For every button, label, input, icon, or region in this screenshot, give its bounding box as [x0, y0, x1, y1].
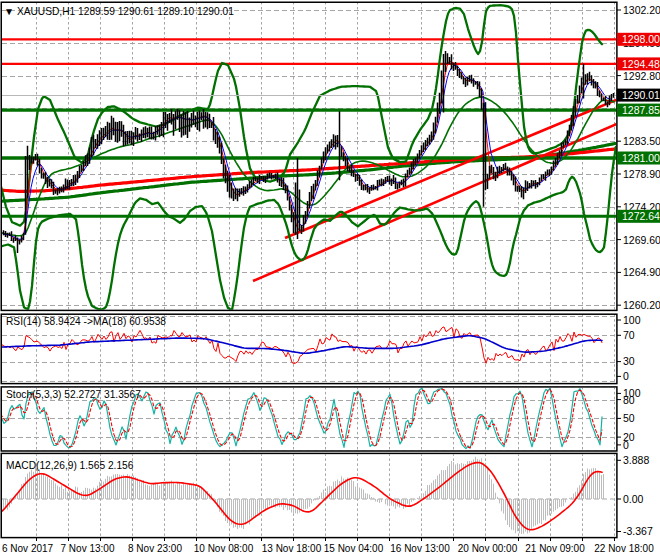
- svg-text:1283.50: 1283.50: [623, 135, 660, 147]
- svg-text:3.888: 3.888: [623, 454, 649, 466]
- svg-text:13 Nov 18:00: 13 Nov 18:00: [262, 543, 322, 554]
- svg-text:MACD(12,26,9) 1.565 2.156: MACD(12,26,9) 1.565 2.156: [6, 460, 134, 471]
- svg-text:1298.00: 1298.00: [622, 33, 660, 45]
- svg-text:1290.01: 1290.01: [622, 89, 660, 101]
- svg-text:0: 0: [623, 370, 629, 382]
- svg-text:-3.367: -3.367: [623, 525, 653, 537]
- svg-text:8 Nov 23:00: 8 Nov 23:00: [128, 543, 182, 554]
- svg-text:100: 100: [623, 314, 641, 326]
- svg-text:0.00: 0.00: [623, 493, 644, 505]
- svg-text:22 Nov 18:00: 22 Nov 18:00: [594, 543, 654, 554]
- svg-text:1287.85: 1287.85: [622, 104, 660, 116]
- svg-text:1302.20: 1302.20: [623, 4, 660, 16]
- svg-text:Stoch(5,3,3) 52.2727 31.3567: Stoch(5,3,3) 52.2727 31.3567: [6, 389, 141, 400]
- svg-text:7 Nov 13:00: 7 Nov 13:00: [61, 543, 115, 554]
- svg-text:▼ XAUUSD,H1 1289.59 1290.61 1: ▼ XAUUSD,H1 1289.59 1290.61 1289.10 1290…: [4, 6, 234, 17]
- svg-text:0: 0: [623, 439, 629, 451]
- svg-text:1292.80: 1292.80: [623, 70, 660, 82]
- svg-text:1272.64: 1272.64: [622, 210, 660, 222]
- svg-text:70: 70: [623, 329, 635, 341]
- svg-text:21 Nov 09:00: 21 Nov 09:00: [525, 543, 585, 554]
- svg-text:1278.90: 1278.90: [623, 168, 660, 180]
- svg-text:RSI(14) 58.9424 ->MA(18) 60.9: RSI(14) 58.9424 ->MA(18) 60.9538: [6, 316, 166, 327]
- svg-text:6 Nov 2017: 6 Nov 2017: [2, 543, 54, 554]
- svg-text:1294.48: 1294.48: [622, 58, 660, 70]
- svg-text:20 Nov 00:00: 20 Nov 00:00: [458, 543, 518, 554]
- svg-text:30: 30: [623, 355, 635, 367]
- svg-text:50: 50: [623, 412, 635, 424]
- svg-text:10 Nov 08:00: 10 Nov 08:00: [194, 543, 254, 554]
- svg-text:80: 80: [623, 394, 635, 406]
- svg-text:1260.20: 1260.20: [623, 299, 660, 311]
- svg-text:1264.90: 1264.90: [623, 266, 660, 278]
- svg-text:1281.00: 1281.00: [622, 152, 660, 164]
- svg-text:1269.60: 1269.60: [623, 234, 660, 246]
- svg-text:16 Nov 13:00: 16 Nov 13:00: [390, 543, 450, 554]
- svg-text:15 Nov 04:00: 15 Nov 04:00: [324, 543, 384, 554]
